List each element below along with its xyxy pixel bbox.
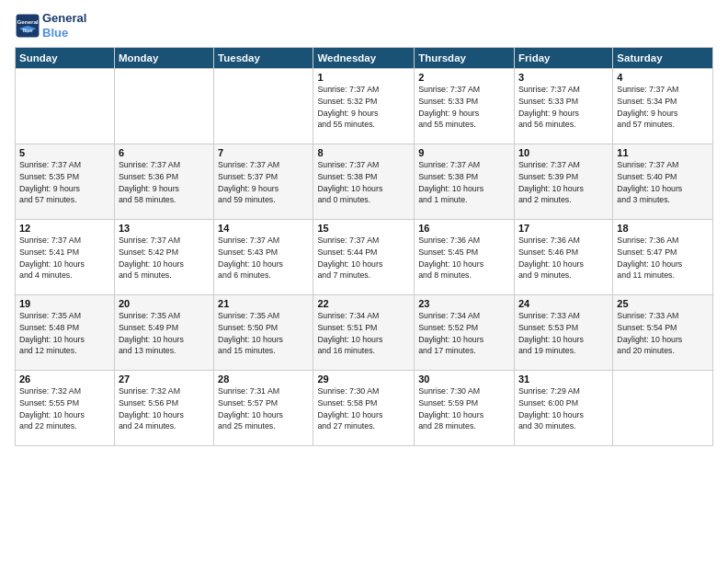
day-number: 15 <box>317 223 410 234</box>
calendar-cell <box>114 69 213 144</box>
day-number: 13 <box>119 223 210 234</box>
day-info: Sunrise: 7:37 AM Sunset: 5:33 PM Dayligh… <box>518 84 609 131</box>
calendar-cell: 31Sunrise: 7:29 AM Sunset: 6:00 PM Dayli… <box>514 371 612 446</box>
day-number: 16 <box>418 223 510 234</box>
day-number: 22 <box>317 298 410 309</box>
day-info: Sunrise: 7:37 AM Sunset: 5:42 PM Dayligh… <box>119 235 210 282</box>
weekday-header-monday: Monday <box>114 48 213 69</box>
day-info: Sunrise: 7:30 AM Sunset: 5:59 PM Dayligh… <box>418 385 510 432</box>
logo-text: General Blue <box>42 11 86 40</box>
weekday-header-wednesday: Wednesday <box>313 48 415 69</box>
calendar-cell: 26Sunrise: 7:32 AM Sunset: 5:55 PM Dayli… <box>16 371 115 446</box>
weekday-header-saturday: Saturday <box>613 48 713 69</box>
day-info: Sunrise: 7:33 AM Sunset: 5:53 PM Dayligh… <box>518 310 609 357</box>
day-info: Sunrise: 7:34 AM Sunset: 5:51 PM Dayligh… <box>317 310 410 357</box>
calendar-cell: 17Sunrise: 7:36 AM Sunset: 5:46 PM Dayli… <box>514 220 612 295</box>
day-info: Sunrise: 7:37 AM Sunset: 5:38 PM Dayligh… <box>418 159 510 206</box>
day-number: 11 <box>617 147 709 158</box>
day-number: 5 <box>19 147 110 158</box>
logo: General Blue General Blue <box>15 11 86 40</box>
day-number: 31 <box>518 373 609 385</box>
svg-text:General: General <box>17 18 38 25</box>
weekday-header-tuesday: Tuesday <box>214 48 313 69</box>
calendar-cell: 3Sunrise: 7:37 AM Sunset: 5:33 PM Daylig… <box>514 69 612 144</box>
calendar-cell: 29Sunrise: 7:30 AM Sunset: 5:58 PM Dayli… <box>313 371 415 446</box>
calendar-cell: 15Sunrise: 7:37 AM Sunset: 5:44 PM Dayli… <box>313 220 415 295</box>
weekday-header-sunday: Sunday <box>16 48 115 69</box>
day-info: Sunrise: 7:32 AM Sunset: 5:56 PM Dayligh… <box>119 385 210 432</box>
day-info: Sunrise: 7:37 AM Sunset: 5:43 PM Dayligh… <box>218 235 309 282</box>
calendar-cell: 16Sunrise: 7:36 AM Sunset: 5:45 PM Dayli… <box>415 220 515 295</box>
day-number: 6 <box>119 147 210 158</box>
day-info: Sunrise: 7:37 AM Sunset: 5:41 PM Dayligh… <box>19 235 110 282</box>
day-info: Sunrise: 7:37 AM Sunset: 5:38 PM Dayligh… <box>317 159 410 206</box>
calendar-cell: 7Sunrise: 7:37 AM Sunset: 5:37 PM Daylig… <box>214 144 313 220</box>
day-number: 28 <box>218 373 309 385</box>
day-info: Sunrise: 7:37 AM Sunset: 5:33 PM Dayligh… <box>418 84 510 131</box>
day-number: 2 <box>418 72 510 83</box>
calendar-cell: 23Sunrise: 7:34 AM Sunset: 5:52 PM Dayli… <box>415 295 515 371</box>
day-number: 18 <box>617 223 709 234</box>
calendar-cell: 4Sunrise: 7:37 AM Sunset: 5:34 PM Daylig… <box>613 69 713 144</box>
calendar-cell: 11Sunrise: 7:37 AM Sunset: 5:40 PM Dayli… <box>613 144 713 220</box>
day-number: 21 <box>218 298 309 309</box>
day-number: 19 <box>19 298 110 309</box>
calendar-cell: 19Sunrise: 7:35 AM Sunset: 5:48 PM Dayli… <box>16 295 115 371</box>
calendar-cell: 2Sunrise: 7:37 AM Sunset: 5:33 PM Daylig… <box>415 69 515 144</box>
day-number: 26 <box>19 373 110 385</box>
calendar-cell: 20Sunrise: 7:35 AM Sunset: 5:49 PM Dayli… <box>114 295 213 371</box>
day-info: Sunrise: 7:37 AM Sunset: 5:37 PM Dayligh… <box>218 159 309 206</box>
calendar-cell: 9Sunrise: 7:37 AM Sunset: 5:38 PM Daylig… <box>415 144 515 220</box>
day-info: Sunrise: 7:35 AM Sunset: 5:48 PM Dayligh… <box>19 310 110 357</box>
day-info: Sunrise: 7:29 AM Sunset: 6:00 PM Dayligh… <box>518 385 609 432</box>
calendar-cell: 13Sunrise: 7:37 AM Sunset: 5:42 PM Dayli… <box>114 220 213 295</box>
day-number: 4 <box>617 72 709 83</box>
calendar-cell: 12Sunrise: 7:37 AM Sunset: 5:41 PM Dayli… <box>16 220 115 295</box>
day-number: 14 <box>218 223 309 234</box>
calendar-cell <box>16 69 115 144</box>
day-number: 3 <box>518 72 609 83</box>
day-number: 17 <box>518 223 609 234</box>
calendar-cell: 14Sunrise: 7:37 AM Sunset: 5:43 PM Dayli… <box>214 220 313 295</box>
calendar-cell: 6Sunrise: 7:37 AM Sunset: 5:36 PM Daylig… <box>114 144 213 220</box>
calendar-cell: 10Sunrise: 7:37 AM Sunset: 5:39 PM Dayli… <box>514 144 612 220</box>
calendar-cell: 24Sunrise: 7:33 AM Sunset: 5:53 PM Dayli… <box>514 295 612 371</box>
day-info: Sunrise: 7:37 AM Sunset: 5:32 PM Dayligh… <box>317 84 410 131</box>
day-number: 9 <box>418 147 510 158</box>
day-info: Sunrise: 7:37 AM Sunset: 5:40 PM Dayligh… <box>617 159 709 206</box>
day-info: Sunrise: 7:37 AM Sunset: 5:39 PM Dayligh… <box>518 159 609 206</box>
calendar-cell: 27Sunrise: 7:32 AM Sunset: 5:56 PM Dayli… <box>114 371 213 446</box>
day-number: 12 <box>19 223 110 234</box>
calendar: SundayMondayTuesdayWednesdayThursdayFrid… <box>15 47 713 446</box>
day-info: Sunrise: 7:37 AM Sunset: 5:34 PM Dayligh… <box>617 84 709 131</box>
calendar-cell: 25Sunrise: 7:33 AM Sunset: 5:54 PM Dayli… <box>613 295 713 371</box>
day-info: Sunrise: 7:37 AM Sunset: 5:36 PM Dayligh… <box>119 159 210 206</box>
day-info: Sunrise: 7:37 AM Sunset: 5:44 PM Dayligh… <box>317 235 410 282</box>
day-number: 8 <box>317 147 410 158</box>
day-info: Sunrise: 7:36 AM Sunset: 5:46 PM Dayligh… <box>518 235 609 282</box>
day-info: Sunrise: 7:36 AM Sunset: 5:47 PM Dayligh… <box>617 235 709 282</box>
calendar-cell: 30Sunrise: 7:30 AM Sunset: 5:59 PM Dayli… <box>415 371 515 446</box>
day-info: Sunrise: 7:36 AM Sunset: 5:45 PM Dayligh… <box>418 235 510 282</box>
day-number: 1 <box>317 72 410 83</box>
calendar-cell: 18Sunrise: 7:36 AM Sunset: 5:47 PM Dayli… <box>613 220 713 295</box>
weekday-header-thursday: Thursday <box>415 48 515 69</box>
day-number: 29 <box>317 373 410 385</box>
calendar-cell <box>613 371 713 446</box>
calendar-cell: 5Sunrise: 7:37 AM Sunset: 5:35 PM Daylig… <box>16 144 115 220</box>
day-number: 27 <box>119 373 210 385</box>
day-info: Sunrise: 7:33 AM Sunset: 5:54 PM Dayligh… <box>617 310 709 357</box>
day-info: Sunrise: 7:35 AM Sunset: 5:49 PM Dayligh… <box>119 310 210 357</box>
calendar-cell: 28Sunrise: 7:31 AM Sunset: 5:57 PM Dayli… <box>214 371 313 446</box>
calendar-cell <box>214 69 313 144</box>
day-number: 30 <box>418 373 510 385</box>
day-info: Sunrise: 7:34 AM Sunset: 5:52 PM Dayligh… <box>418 310 510 357</box>
svg-text:Blue: Blue <box>23 28 33 33</box>
day-number: 25 <box>617 298 709 309</box>
day-info: Sunrise: 7:32 AM Sunset: 5:55 PM Dayligh… <box>19 385 110 432</box>
calendar-cell: 1Sunrise: 7:37 AM Sunset: 5:32 PM Daylig… <box>313 69 415 144</box>
logo-icon: General Blue <box>15 13 40 39</box>
day-number: 7 <box>218 147 309 158</box>
day-number: 10 <box>518 147 609 158</box>
calendar-cell: 22Sunrise: 7:34 AM Sunset: 5:51 PM Dayli… <box>313 295 415 371</box>
